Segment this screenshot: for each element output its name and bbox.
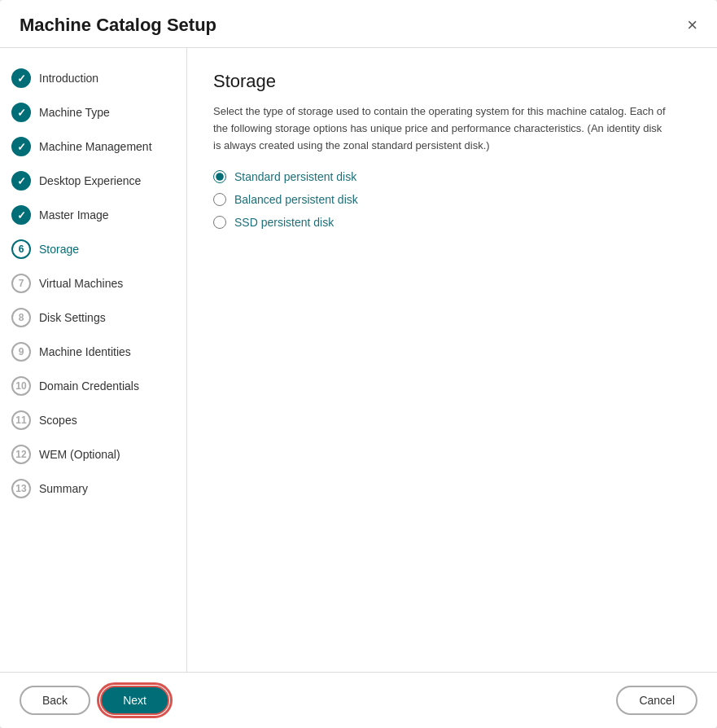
step-badge-virtual-machines: 7: [11, 274, 31, 293]
dialog-title: Machine Catalog Setup: [20, 15, 216, 36]
sidebar-item-storage[interactable]: 6 Storage: [0, 232, 186, 266]
sidebar-item-machine-management[interactable]: ✓ Machine Management: [0, 129, 186, 164]
step-badge-disk-settings: 8: [11, 308, 31, 327]
step-badge-storage: 6: [11, 239, 31, 259]
storage-option-standard[interactable]: Standard persistent disk: [213, 170, 691, 183]
sidebar-label-scopes: Scopes: [39, 414, 77, 427]
sidebar-label-desktop-experience: Desktop Experience: [39, 174, 141, 187]
sidebar-item-disk-settings[interactable]: 8 Disk Settings: [0, 300, 186, 335]
storage-option-ssd-label: SSD persistent disk: [234, 216, 334, 229]
storage-option-ssd[interactable]: SSD persistent disk: [213, 216, 691, 229]
storage-option-balanced-label: Balanced persistent disk: [234, 193, 358, 206]
sidebar-item-introduction[interactable]: ✓ Introduction: [0, 61, 186, 95]
step-badge-machine-identities: 9: [11, 342, 31, 362]
storage-options: Standard persistent disk Balanced persis…: [213, 170, 691, 229]
storage-option-balanced[interactable]: Balanced persistent disk: [213, 193, 691, 206]
section-title: Storage: [213, 71, 691, 92]
step-badge-introduction: ✓: [11, 68, 31, 88]
sidebar-label-virtual-machines: Virtual Machines: [39, 277, 123, 290]
sidebar-label-summary: Summary: [39, 482, 88, 495]
storage-radio-ssd[interactable]: [213, 216, 226, 229]
step-badge-machine-management: ✓: [11, 137, 31, 156]
storage-option-standard-label: Standard persistent disk: [234, 170, 356, 183]
sidebar-item-machine-type[interactable]: ✓ Machine Type: [0, 95, 186, 129]
step-badge-scopes: 11: [11, 410, 31, 430]
dialog-body: ✓ Introduction ✓ Machine Type ✓ Machine …: [0, 48, 717, 672]
sidebar-label-disk-settings: Disk Settings: [39, 311, 106, 324]
sidebar-item-scopes[interactable]: 11 Scopes: [0, 403, 186, 437]
sidebar-item-summary[interactable]: 13 Summary: [0, 471, 186, 506]
sidebar-item-master-image[interactable]: ✓ Master Image: [0, 198, 186, 232]
sidebar-label-machine-type: Machine Type: [39, 106, 110, 119]
step-badge-master-image: ✓: [11, 205, 31, 225]
step-badge-desktop-experience: ✓: [11, 171, 31, 191]
sidebar-item-domain-credentials[interactable]: 10 Domain Credentials: [0, 369, 186, 403]
sidebar-label-machine-identities: Machine Identities: [39, 345, 131, 358]
sidebar-label-introduction: Introduction: [39, 72, 98, 85]
storage-description: Select the type of storage used to conta…: [213, 103, 669, 154]
sidebar-item-virtual-machines[interactable]: 7 Virtual Machines: [0, 266, 186, 300]
sidebar-item-desktop-experience[interactable]: ✓ Desktop Experience: [0, 164, 186, 198]
storage-radio-standard[interactable]: [213, 170, 226, 183]
main-content: Storage Select the type of storage used …: [187, 48, 717, 672]
sidebar-item-machine-identities[interactable]: 9 Machine Identities: [0, 335, 186, 369]
step-badge-domain-credentials: 10: [11, 376, 31, 396]
sidebar-label-wem-optional: WEM (Optional): [39, 448, 120, 461]
close-button[interactable]: ×: [687, 16, 697, 34]
cancel-button[interactable]: Cancel: [616, 686, 697, 715]
sidebar-label-machine-management: Machine Management: [39, 140, 152, 153]
dialog-header: Machine Catalog Setup ×: [0, 0, 717, 48]
sidebar-label-domain-credentials: Domain Credentials: [39, 379, 139, 393]
footer-left: Back Next: [20, 686, 169, 715]
dialog-footer: Back Next Cancel: [0, 672, 717, 728]
step-badge-wem-optional: 12: [11, 445, 31, 464]
next-button[interactable]: Next: [100, 686, 169, 715]
machine-catalog-dialog: Machine Catalog Setup × ✓ Introduction ✓…: [0, 0, 717, 728]
sidebar-item-wem-optional[interactable]: 12 WEM (Optional): [0, 437, 186, 471]
back-button[interactable]: Back: [20, 686, 90, 715]
sidebar-label-storage: Storage: [39, 243, 79, 256]
step-badge-summary: 13: [11, 479, 31, 498]
sidebar-label-master-image: Master Image: [39, 208, 109, 221]
storage-radio-balanced[interactable]: [213, 193, 226, 206]
sidebar: ✓ Introduction ✓ Machine Type ✓ Machine …: [0, 48, 187, 672]
step-badge-machine-type: ✓: [11, 103, 31, 122]
